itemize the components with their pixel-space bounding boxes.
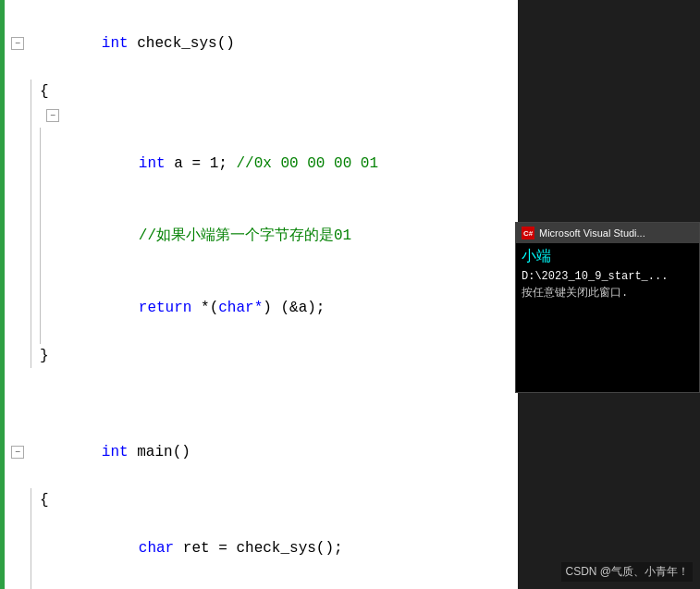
- code-openbrace1: {: [40, 80, 518, 104]
- line-func1-inner: −: [0, 104, 518, 128]
- vline5: [31, 200, 40, 272]
- code-func1-sig: int check_sys(): [31, 7, 518, 80]
- vline6: [40, 200, 49, 272]
- terminal-window[interactable]: C# Microsoft Visual Studi... 小端 D:\2023_…: [515, 222, 700, 393]
- code-openbrace2: {: [40, 488, 518, 512]
- code-func1-line2: //如果小端第一个字节存的是01: [68, 200, 518, 272]
- terminal-body: 小端 D:\2023_10_9_start_... 按任意键关闭此窗口.: [516, 243, 699, 304]
- vline7: [31, 272, 40, 344]
- vline3: [31, 128, 40, 200]
- line-func2-openbrace: {: [0, 488, 518, 512]
- line-func1-line1: int a = 1; //0x 00 00 00 01: [0, 128, 518, 200]
- code-editor[interactable]: − int check_sys() { −: [0, 0, 518, 589]
- editor-content: − int check_sys() { −: [0, 0, 518, 589]
- fold-btn-inner[interactable]: −: [40, 109, 66, 122]
- blank-line-2: [0, 392, 518, 416]
- line-func2-header: − int main(): [0, 416, 518, 488]
- line-func1-header: − int check_sys(): [0, 7, 518, 80]
- vline10: [31, 488, 40, 512]
- fold-minus-2[interactable]: −: [11, 446, 24, 459]
- terminal-output-1: 小端: [522, 247, 694, 266]
- code-closebrace1: }: [40, 344, 518, 368]
- code-func2-sig: int main(): [31, 416, 518, 488]
- fold-btn-2[interactable]: −: [5, 446, 31, 459]
- kw-int: int: [102, 35, 129, 52]
- line-func1-line2: //如果小端第一个字节存的是01: [0, 200, 518, 272]
- terminal-output-3: 按任意键关闭此窗口.: [522, 285, 694, 301]
- line-func1-line3: return *(char*) (&a);: [0, 272, 518, 344]
- vline8: [40, 272, 49, 344]
- code-text: check_sys: [129, 35, 217, 52]
- vline1: [31, 80, 40, 104]
- vline4: [40, 128, 49, 200]
- line-func1-openbrace: {: [0, 80, 518, 104]
- vs-icon: C#: [522, 227, 534, 239]
- code-func1-line1: int a = 1; //0x 00 00 00 01: [68, 128, 518, 200]
- fold-btn-1[interactable]: −: [5, 37, 31, 50]
- watermark: CSDN @气质、小青年！: [561, 562, 693, 582]
- line-func2-line2: if (ret == 1): [0, 584, 518, 589]
- vline12: [31, 584, 40, 589]
- terminal-title: Microsoft Visual Studi...: [539, 227, 645, 239]
- terminal-output-2: D:\2023_10_9_start_...: [522, 270, 694, 283]
- fold-minus-1[interactable]: −: [11, 37, 24, 50]
- line-func1-closebrace: }: [0, 344, 518, 368]
- code-func1-line3: return *(char*) (&a);: [68, 272, 518, 344]
- fold-minus-inner[interactable]: −: [46, 109, 59, 122]
- terminal-titlebar: C# Microsoft Visual Studi...: [516, 223, 699, 243]
- vline9: [31, 344, 40, 368]
- blank-line-1: [0, 368, 518, 392]
- code-func2-line1: char ret = check_sys();: [68, 512, 518, 584]
- vline11: [31, 512, 40, 584]
- line-func2-line1: char ret = check_sys();: [0, 512, 518, 584]
- vline2: [31, 104, 40, 128]
- code-func2-line2: if (ret == 1): [68, 584, 518, 589]
